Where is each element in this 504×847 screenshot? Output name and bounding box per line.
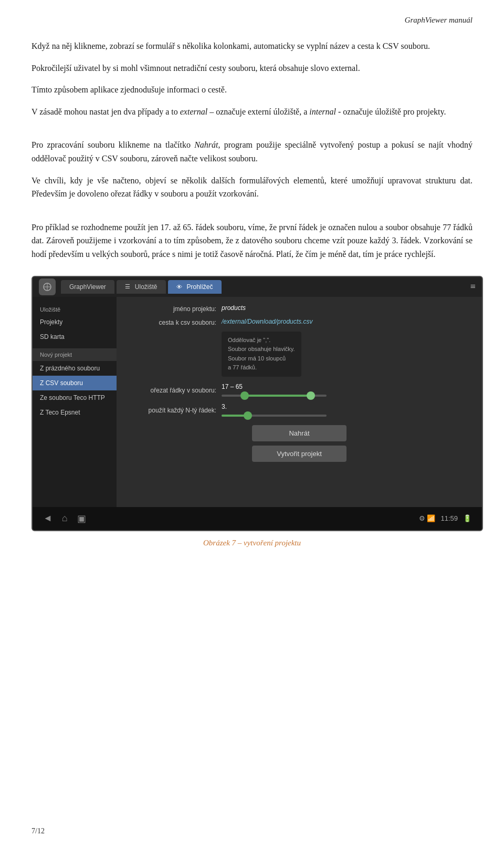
app-body: Uložiště Projekty SD karta Nový projekt … xyxy=(33,297,482,507)
android-bottombar: ◄ ⌂ ▣ ⚙ 📶 11:59 🔋 xyxy=(33,507,482,530)
info-box: Oddělovač je ",". Soubor obsahuje hlavič… xyxy=(222,332,301,377)
button-row: Nahrát Vytvořit projekt xyxy=(127,425,471,462)
sidebar-item-teco-http[interactable]: Ze souboru Teco HTTP xyxy=(33,390,117,405)
slider1-thumb-right[interactable] xyxy=(307,391,315,400)
app-icon xyxy=(39,278,56,295)
paragraph-4: V zásadě mohou nastat jen dva případy a … xyxy=(32,105,472,119)
slider2-track-row xyxy=(222,415,327,417)
home-button[interactable]: ⌂ xyxy=(62,513,68,524)
screenshot: GraphViewer ☰ Uložiště 👁 Prohlížeč ≡ Ulo… xyxy=(32,276,483,531)
tab-prohlizec-label: Prohlížeč xyxy=(187,283,213,291)
paragraph-7: Pro příklad se rozhodneme použít jen 17.… xyxy=(32,221,472,261)
nahrat-button[interactable]: Nahrát xyxy=(252,425,346,441)
slider1-value: 17 – 65 xyxy=(222,383,327,390)
info-line-2: Soubor obsahuje hlavičky. xyxy=(228,345,295,354)
paragraph-2: Pokročilejší uživatel by si mohl všimnou… xyxy=(32,61,472,75)
clock: 11:59 xyxy=(440,514,458,522)
slider2-value: 3. xyxy=(222,403,327,410)
tab-prohlizec[interactable]: 👁 Prohlížeč xyxy=(168,280,222,294)
bottombar-right: ⚙ 📶 11:59 🔋 xyxy=(419,514,471,522)
label-jmeno: jméno projektu: xyxy=(127,304,222,313)
status-icons: ⚙ 📶 xyxy=(419,514,436,522)
main-form: jméno projektu: products cesta k csv sou… xyxy=(117,297,482,507)
value-jmeno: products xyxy=(222,304,246,312)
sidebar-item-prazdny[interactable]: Z prázdného souboru xyxy=(33,361,117,376)
android-topbar: GraphViewer ☰ Uložiště 👁 Prohlížeč ≡ xyxy=(33,277,482,297)
tab-graphviewer[interactable]: GraphViewer xyxy=(61,280,114,294)
field-cesta: cesta k csv souboru: /external/Download/… xyxy=(127,318,471,326)
info-line-4: a 77 řádků. xyxy=(228,363,295,373)
slider1-track-row xyxy=(222,395,327,397)
value-cesta: /external/Download/products.csv xyxy=(222,318,312,325)
paragraph-6: Ve chvíli, kdy je vše načteno, objeví se… xyxy=(32,174,472,201)
vytvorit-projekt-button[interactable]: Vytvořit projekt xyxy=(252,446,346,462)
slider1-track[interactable] xyxy=(222,395,327,397)
slider1-thumb-left[interactable] xyxy=(240,391,249,400)
sidebar-section-label: Uložiště xyxy=(33,302,117,315)
info-line-3: Soubor má 10 sloupců xyxy=(228,354,295,364)
label-cesta: cesta k csv souboru: xyxy=(127,318,222,326)
page-footer: 7/12 xyxy=(32,827,45,835)
sidebar: Uložiště Projekty SD karta Nový projekt … xyxy=(33,297,117,507)
paragraph-3: Tímto způsobem aplikace zjednodušuje inf… xyxy=(32,83,472,97)
recent-button[interactable]: ▣ xyxy=(77,513,86,524)
slider1-row: ořezat řádky v souboru: 17 – 65 xyxy=(127,383,471,397)
slider2-thumb[interactable] xyxy=(244,411,252,420)
info-line-1: Oddělovač je ",". xyxy=(228,336,295,345)
page-header: GraphViewer manuál xyxy=(32,16,472,25)
tab-uloziste[interactable]: ☰ Uložiště xyxy=(117,280,166,294)
tab-graphviewer-label: GraphViewer xyxy=(69,283,106,291)
paragraph-1: Když na něj klikneme, zobrazí se formulá… xyxy=(32,39,472,53)
back-button[interactable]: ◄ xyxy=(43,513,52,524)
sidebar-item-csv[interactable]: Z CSV souboru xyxy=(33,376,117,390)
sidebar-item-projekty[interactable]: Projekty xyxy=(33,315,117,329)
slider1-label: ořezat řádky v souboru: xyxy=(127,386,222,394)
sidebar-item-epsnet[interactable]: Z Teco Epsnet xyxy=(33,405,117,420)
info-box-label-spacer xyxy=(127,332,222,333)
paragraph-5: Pro zpracování souboru klikneme na tlačí… xyxy=(32,138,472,165)
slider2-label: použít každý N-tý řádek: xyxy=(127,406,222,414)
manual-title: GraphViewer manuál xyxy=(405,16,472,24)
info-box-row: Oddělovač je ",". Soubor obsahuje hlavič… xyxy=(127,332,471,377)
sidebar-item-sdkarta[interactable]: SD karta xyxy=(33,329,117,344)
slider2-track[interactable] xyxy=(222,415,327,417)
tab-uloziste-label: Uložiště xyxy=(135,283,158,291)
page-number: 7/12 xyxy=(32,827,45,835)
figure-caption: Obrázek 7 – vytvoření projektu xyxy=(32,539,472,548)
battery-icon: 🔋 xyxy=(463,514,471,522)
slider2-row: použít každý N-tý řádek: 3. xyxy=(127,403,471,417)
hamburger-icon[interactable]: ≡ xyxy=(470,281,476,292)
sidebar-group-novy-projekt: Nový projekt xyxy=(33,348,117,361)
field-jmeno: jméno projektu: products xyxy=(127,304,471,313)
